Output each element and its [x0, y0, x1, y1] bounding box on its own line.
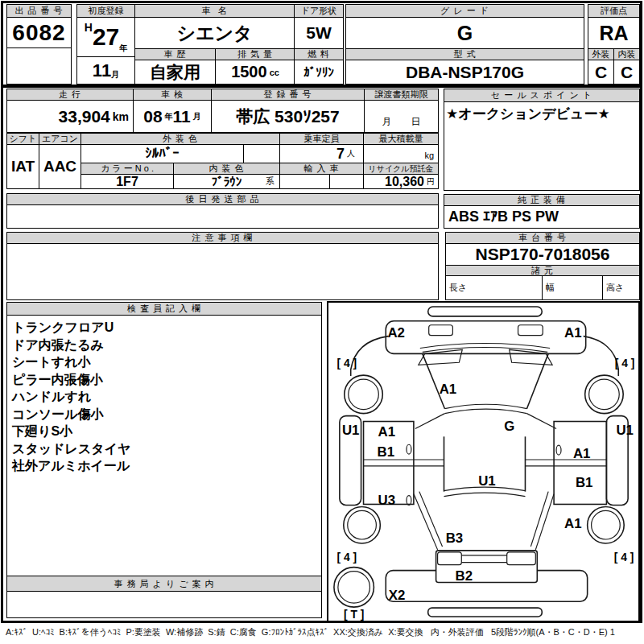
caution-box [6, 243, 439, 300]
c-pillar-left [414, 494, 438, 550]
inspection-month-unit: 月 [193, 111, 201, 122]
inspection-month: 11 [173, 107, 191, 126]
diagram-marker: [ 4 ] [336, 357, 357, 369]
rear-bumper-strip [428, 608, 543, 617]
recycle-deposit-unit: 円 [427, 176, 435, 188]
diagram-marker: X2 [389, 588, 406, 603]
inspector-note: ピラー内張傷小 [12, 371, 321, 389]
grade-value: G [345, 17, 584, 49]
equipment-value: ABS ｴｱB PS PW [444, 205, 640, 229]
exterior-color-value: ｼﾙﾊﾞｰ [80, 144, 244, 163]
recycle-deposit-header: リサイクル預託金 [363, 163, 439, 175]
interior-grade-header: 内装 [613, 48, 640, 60]
displacement-header: 排 気 量 [215, 48, 295, 60]
reg-year-unit: 年 [119, 43, 127, 54]
later-parts-box [6, 204, 439, 229]
office-box [6, 591, 322, 618]
diagram-marker: U1 [616, 423, 634, 438]
inspector-notes-box: トランクフロアUドア内張たるみシートすれ小ピラー内張傷小ハンドルすれコンソール傷… [6, 315, 322, 576]
inspection-year-unit: 年 [165, 111, 173, 122]
exterior-color-header: 外 装 色 [80, 133, 280, 145]
capacity-unit: 人 [347, 148, 355, 159]
diagram-marker: U1 [478, 473, 496, 489]
mileage-unit: km [113, 110, 129, 123]
quarter-mark-left [407, 496, 411, 506]
front-fender-right [584, 336, 619, 376]
door-mark-left [407, 444, 411, 454]
max-load-value: kg [363, 144, 439, 163]
transfer-deadline-header: 譲渡書類期限 [364, 89, 439, 101]
inspection-value: 08 年 11 月 [133, 100, 212, 133]
transfer-deadline-value: 月 日 [364, 100, 439, 133]
front-wheel-right [585, 375, 624, 414]
diagram-marker: A1 [564, 516, 582, 531]
windshield-top2 [444, 409, 526, 413]
score-header: 評価点 [588, 4, 640, 18]
exterior-grade-value: C [588, 60, 614, 85]
displacement-value: 1500 cc [215, 60, 295, 85]
car-name-header: 車 名 [134, 4, 295, 18]
mileage-number: 33,904 [59, 107, 110, 126]
recycle-deposit-number: 10,360 [385, 175, 424, 189]
sales-point-header: セ ー ル ス ポ イ ン ト [444, 89, 640, 102]
imported-header: 輸 入 車 [279, 163, 364, 175]
sales-point-box: ★オークションデビュー★ [444, 101, 640, 191]
front-wheel-left [345, 375, 383, 414]
diagram-marker: A1 [378, 424, 395, 440]
a-pillar-left [415, 414, 445, 429]
car-history-value: 自家用 [134, 60, 216, 85]
interior-color-value: ﾌﾞﾗｳﾝ 系 [173, 174, 280, 189]
front-light-left [429, 325, 453, 336]
door-shape-value: 5W [294, 17, 344, 49]
diagram-marker: A1 [440, 382, 457, 397]
diagram-marker: [ T ] [344, 608, 364, 621]
inspector-notes: トランクフロアUドア内張たるみシートすれ小ピラー内張傷小ハンドルすれコンソール傷… [7, 316, 321, 475]
shift-value: IAT [6, 144, 39, 189]
inspector-header: 検 査 員 記 入 欄 [6, 302, 322, 316]
car-history-header: 車 歴 [134, 48, 216, 60]
inspector-note: ハンドルすれ [12, 388, 321, 406]
caution-header: 注 意 事 項 欄 [6, 232, 439, 244]
score-value: RA [588, 17, 640, 49]
interior-color-suffix: 系 [266, 175, 275, 188]
exterior-grade-header: 外装 [588, 48, 614, 60]
door-mark-right [556, 445, 561, 455]
equipment-header: 純 正 装 備 [444, 194, 640, 206]
diagram-marker: A1 [573, 446, 591, 461]
color-no-value: 1F7 [80, 174, 174, 189]
reg-month-unit: 月 [111, 69, 119, 80]
spec-width-cell: 幅 [542, 275, 603, 300]
inspector-note: 下廻りS小 [12, 423, 321, 440]
interior-color-name: ﾌﾞﾗｳﾝ [212, 175, 242, 188]
diagram-marker: A1 [564, 325, 582, 341]
diagram-marker: B3 [446, 530, 464, 546]
aircon-header: エアコン [39, 133, 81, 145]
capacity-number: 7 [336, 146, 345, 163]
inspector-note: ドア内張たるみ [12, 336, 321, 354]
inspector-note: シートすれ小 [12, 353, 321, 371]
car-name-value: シエンタ [134, 17, 295, 49]
chassis-no-header: 車 台 番 号 [445, 232, 640, 244]
imported-value-cell2 [329, 174, 364, 189]
spare-tire [334, 568, 374, 607]
interior-color-header: 内 装 色 [173, 163, 280, 175]
a-pillar-right [526, 414, 556, 429]
auction-no-header: 出 品 番 号 [6, 4, 72, 18]
diagram-marker: B1 [378, 444, 395, 460]
spec-length-cell: 長さ [445, 275, 543, 300]
footer-legend: A:ｷｽﾞ U:ﾍｺﾐ B:ｷｽﾞを伴うﾍｺﾐ P:要塗装 W:補修跡 S:錆 … [6, 626, 640, 638]
displacement-number: 1500 [231, 63, 267, 81]
diagram-marker: U1 [342, 423, 360, 438]
rear-wheel-right [588, 506, 625, 543]
diagram-marker: B2 [456, 568, 473, 584]
chassis-no-value: NSP170-7018056 [445, 243, 640, 266]
inspector-note: 社外アルミホイール [12, 457, 321, 475]
front-bumper [386, 321, 585, 354]
car-diagram-svg: A2A1[ 4 ][ 4 ]A1GU1A1B1U1A1U1B1U3A1B3[ 4… [328, 303, 638, 621]
color-no-header: カ ラ ー N o . [80, 163, 174, 175]
registration-number-value: 帯広 530ｿ257 [211, 100, 365, 133]
auction-no-empty-cell [6, 47, 72, 85]
section-divider [1, 85, 642, 88]
capacity-value: 7 人 [279, 144, 364, 163]
hood-side-right [526, 353, 548, 408]
